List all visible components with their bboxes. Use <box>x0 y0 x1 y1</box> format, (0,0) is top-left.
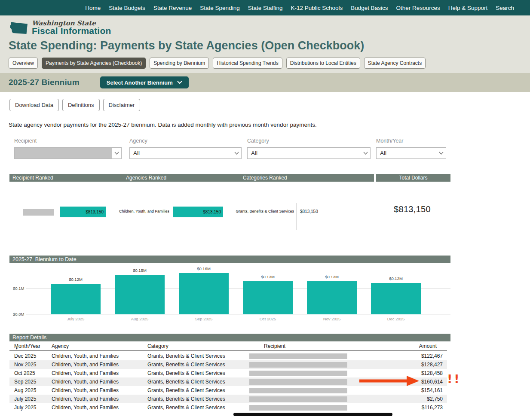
tab-payments-by-state-agencies-checkbook[interactable]: Payments by State Agencies (Checkbook) <box>42 58 146 69</box>
chevron-down-icon <box>177 81 182 84</box>
page: HomeState BudgetsState RevenueState Spen… <box>0 0 530 420</box>
sort-descending-icon: ▼ <box>15 347 18 350</box>
biennium-title: 2025-27 Biennium <box>9 78 80 87</box>
tab-distributions-to-local-entities[interactable]: Distributions to Local Entities <box>286 58 360 69</box>
report-details-title-bar: Report Details <box>9 334 450 341</box>
chart-bar-aug-2025[interactable] <box>115 275 165 314</box>
cell-category: Grants, Benefits & Client Services <box>147 353 249 359</box>
cell-amount: $154,161 <box>365 387 447 393</box>
nav-item-budget-basics[interactable]: Budget Basics <box>351 5 388 11</box>
agency-ranked-bar[interactable]: $813,150 <box>173 207 223 217</box>
section-tabs: OverviewPayments by State Agencies (Chec… <box>9 58 530 69</box>
download-data-button[interactable]: Download Data <box>9 99 59 111</box>
tab-overview[interactable]: Overview <box>9 58 38 69</box>
nav-item-other-resources[interactable]: Other Resources <box>396 5 440 11</box>
ranked-charts: - $813,150 Children, Youth, and Families… <box>9 182 450 254</box>
chart-bar-nov-2025[interactable] <box>307 281 357 314</box>
chart-bar-oct-2025[interactable] <box>243 281 293 314</box>
filter-month-year: Month/YearAll <box>376 138 446 159</box>
table-row[interactable]: Nov 2025Children, Youth, and FamiliesGra… <box>9 360 447 369</box>
filter-selected-value: All <box>377 150 436 156</box>
nav-item-state-revenue[interactable]: State Revenue <box>153 5 192 11</box>
definitions-button[interactable]: Definitions <box>62 99 100 111</box>
horizontal-scrollbar[interactable] <box>233 413 392 416</box>
ranked-header-main: Recipient Ranked Agencies Ranked Categor… <box>9 174 374 182</box>
nav-item-search[interactable]: Search <box>496 5 514 11</box>
recipient-ranked-bar[interactable]: $813,150 <box>60 207 106 217</box>
chart-bar-sep-2025[interactable] <box>179 273 229 314</box>
cell-amount: $116,273 <box>365 405 447 411</box>
nav-item-state-staffing[interactable]: State Staffing <box>248 5 283 11</box>
table-row[interactable]: Dec 2025Children, Youth, and FamiliesGra… <box>9 352 447 360</box>
bar-value-label: $0.12M <box>51 277 101 282</box>
biennium-chart-title-bar: 2025-27 Biennium to Date <box>9 256 450 263</box>
nav-item-state-spending[interactable]: State Spending <box>200 5 239 11</box>
logo-text-line2: Fiscal Information <box>32 26 111 36</box>
tab-spending-by-biennium[interactable]: Spending by Biennium <box>150 58 209 69</box>
redacted-filter-value <box>15 148 112 158</box>
filter-agency-select[interactable]: All <box>129 147 242 159</box>
axis-label-nov-2025: Nov 2025 <box>307 317 357 321</box>
nav-item-help-support[interactable]: Help & Support <box>448 5 488 11</box>
table-row[interactable]: July 2025Children, Youth, and FamiliesGr… <box>9 403 447 412</box>
biennium-to-date-chart: $0.12MJuly 2025$0.15MAug 2025$0.16MSep 2… <box>9 263 450 332</box>
cell-agency: Children, Youth, and Families <box>52 362 147 368</box>
cell-month-year: July 2025 <box>9 396 52 402</box>
cell-amount: $2,750 <box>365 396 447 402</box>
biennium-bar: 2025-27 Biennium Select Another Biennium <box>0 73 530 92</box>
cell-category: Grants, Benefits & Client Services <box>147 370 249 376</box>
filter-agency: AgencyAll <box>129 138 242 159</box>
filter-selected-value: All <box>130 150 232 156</box>
tab-historical-spending-trends[interactable]: Historical Spending Trends <box>213 58 282 69</box>
cell-agency: Children, Youth, and Families <box>52 353 147 359</box>
select-biennium-button[interactable]: Select Another Biennium <box>100 76 189 88</box>
nav-item-k-12-public-schools[interactable]: K-12 Public Schools <box>291 5 343 11</box>
table-row[interactable]: July 2025Children, Youth, and FamiliesGr… <box>9 395 447 403</box>
categories-ranked-header: Categories Ranked <box>243 175 287 181</box>
redacted-recipient <box>249 379 347 385</box>
nav-item-home[interactable]: Home <box>85 5 101 11</box>
filter-recipient-select[interactable] <box>14 147 122 159</box>
red-arrow-annotation <box>359 375 420 387</box>
cell-amount: $122,467 <box>365 353 447 359</box>
filter-category-select[interactable]: All <box>247 147 371 159</box>
chevron-down-icon <box>232 152 241 155</box>
filter-selected-value: All <box>248 150 361 156</box>
main-content: Download DataDefinitionsDisclaimer State… <box>0 92 530 412</box>
redacted-recipient <box>249 405 347 411</box>
column-header-recipient[interactable]: Recipient <box>249 343 365 349</box>
category-axis-line <box>297 203 297 230</box>
redacted-recipient <box>249 396 347 402</box>
cell-agency: Children, Youth, and Families <box>52 396 147 402</box>
column-header-amount[interactable]: Amount <box>365 343 447 349</box>
cell-month-year: Aug 2025 <box>9 387 52 393</box>
chart-bar-dec-2025[interactable] <box>371 283 421 314</box>
cell-category: Grants, Benefits & Client Services <box>147 396 249 402</box>
cell-amount: $128,427 <box>365 362 447 368</box>
column-header-month-year[interactable]: Month/Year▼ <box>9 343 52 349</box>
column-header-agency[interactable]: Agency <box>52 343 147 349</box>
table-row[interactable]: Aug 2025Children, Youth, and FamiliesGra… <box>9 386 447 395</box>
bar-value-label: $0.12M <box>371 276 421 281</box>
disclaimer-button[interactable]: Disclaimer <box>103 99 141 111</box>
cell-recipient <box>249 362 365 368</box>
agencies-ranked-header: Agencies Ranked <box>126 175 166 181</box>
nav-item-state-budgets[interactable]: State Budgets <box>109 5 145 11</box>
cell-recipient <box>249 353 365 359</box>
site-logo-link[interactable]: Washington State Fiscal Information <box>9 19 111 36</box>
filters: RecipientAgencyAllCategoryAllMonth/YearA… <box>0 138 530 171</box>
truncation-dash: - <box>55 208 57 213</box>
bar-value-label: $0.16M <box>179 266 229 271</box>
washington-state-icon <box>9 21 28 35</box>
cell-month-year: Oct 2025 <box>9 370 52 376</box>
recipient-ranked-header: Recipient Ranked <box>12 175 53 181</box>
redacted-recipient <box>249 362 347 368</box>
column-header-category[interactable]: Category <box>147 343 249 349</box>
filter-category: CategoryAll <box>247 138 371 159</box>
filter-month-year-select[interactable]: All <box>376 147 446 159</box>
chart-bar-july-2025[interactable] <box>51 284 101 314</box>
bar-value-label: $0.13M <box>307 274 357 279</box>
cell-agency: Children, Youth, and Families <box>52 405 147 411</box>
tab-state-agency-contracts[interactable]: State Agency Contracts <box>364 58 426 69</box>
cell-month-year: Sep 2025 <box>9 379 52 385</box>
